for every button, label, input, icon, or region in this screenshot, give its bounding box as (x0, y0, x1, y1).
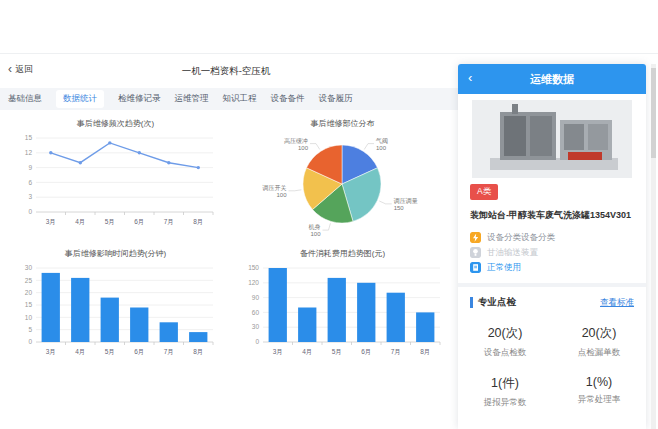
svg-text:3月: 3月 (273, 348, 283, 356)
tab-4[interactable]: 知识工程 (223, 93, 257, 105)
info-row-1: 甘油输送装置 (470, 245, 634, 260)
svg-text:调压调量150: 调压调量150 (393, 197, 418, 211)
stat-label: 提报异常数 (458, 397, 552, 409)
line-plot: 036912153月4月5月6月7月8月 (8, 132, 223, 228)
svg-text:高压缓冲100: 高压缓冲100 (284, 137, 309, 151)
svg-text:12: 12 (25, 149, 33, 156)
pie-chart-repair-parts: 事后维修部位分布 气阀100调压调量150机身100调压开关100高压缓冲100 (235, 116, 450, 244)
info-row-text: 设备分类设备分类 (487, 232, 555, 244)
svg-text:7月: 7月 (391, 348, 401, 356)
svg-text:120: 120 (248, 279, 259, 286)
app-root: ‹ 返回 一机一档资料-空压机 基础信息数据统计检维修记录运维管理知识工程设备备… (0, 0, 658, 429)
svg-text:5月: 5月 (105, 348, 115, 356)
page-title: 一机一档资料-空压机 (0, 65, 452, 78)
svg-text:10: 10 (25, 314, 33, 321)
info-row-2: 正常使用 (470, 260, 634, 275)
svg-text:机身100: 机身100 (309, 224, 322, 237)
svg-text:30: 30 (25, 264, 33, 271)
stat-cell-3: 1(%)异常处理率 (552, 375, 646, 409)
scrollbar[interactable] (651, 64, 656, 429)
pie-plot: 气阀100调压调量150机身100调压开关100高压缓冲100 (235, 132, 450, 240)
stat-label: 点检漏单数 (552, 347, 646, 359)
view-standard-link[interactable]: 查看标准 (600, 297, 634, 309)
info-row-text: 正常使用 (487, 262, 521, 274)
tab-6[interactable]: 设备履历 (319, 93, 353, 105)
svg-text:90: 90 (252, 294, 260, 301)
bar-plot: 0510152025303月4月5月6月7月8月 (8, 262, 223, 358)
bar-chart-impact-time: 事后维修影响时间趋势(分钟) 0510152025303月4月5月6月7月8月 (8, 246, 223, 362)
svg-text:3月: 3月 (46, 348, 56, 356)
stat-value: 20(次) (458, 325, 552, 342)
svg-text:30: 30 (252, 323, 260, 330)
svg-text:8月: 8月 (193, 218, 203, 226)
scrollbar-thumb[interactable] (651, 68, 656, 158)
svg-text:150: 150 (248, 264, 259, 271)
tab-bar: 基础信息数据统计检维修记录运维管理知识工程设备备件设备履历 (0, 88, 460, 110)
svg-text:8月: 8月 (420, 348, 430, 356)
svg-text:0: 0 (28, 338, 32, 345)
svg-text:气阀100: 气阀100 (375, 137, 388, 151)
stats-grid: 20(次)设备点检数20(次)点检漏单数1(件)提报异常数1(%)异常处理率 (458, 325, 646, 409)
svg-text:3月: 3月 (46, 218, 56, 226)
svg-text:5: 5 (28, 326, 32, 333)
grade-badge: A类 (470, 184, 498, 200)
stat-cell-2: 1(件)提报异常数 (458, 375, 552, 409)
info-rows: 设备分类设备分类甘油输送装置正常使用 (470, 230, 634, 275)
file-icon (470, 262, 481, 273)
svg-text:0: 0 (255, 338, 259, 345)
svg-text:6月: 6月 (134, 218, 144, 226)
svg-text:20: 20 (25, 289, 33, 296)
stat-value: 1(件) (458, 375, 552, 392)
line-chart-repair-frequency: 事后维修频次趋势(次) 036912153月4月5月6月7月8月 (8, 116, 223, 232)
chart-title: 事后维修频次趋势(次) (8, 116, 223, 132)
svg-text:调压开关100: 调压开关100 (262, 184, 288, 198)
equipment-name: 装卸站台-甲醇装车废气洗涤罐1354V301 (470, 209, 634, 222)
svg-text:4月: 4月 (302, 348, 312, 356)
info-row-0: 设备分类设备分类 (470, 230, 634, 245)
tab-2[interactable]: 检维修记录 (118, 93, 161, 105)
tab-3[interactable]: 运维管理 (175, 93, 209, 105)
svg-text:60: 60 (252, 309, 260, 316)
bulb-icon (470, 247, 481, 258)
stat-label: 设备点检数 (458, 347, 552, 359)
page-header: ‹ 返回 一机一档资料-空压机 (0, 54, 452, 88)
bolt-icon (470, 232, 481, 243)
stat-cell-0: 20(次)设备点检数 (458, 325, 552, 359)
stat-cell-1: 20(次)点检漏单数 (552, 325, 646, 359)
svg-text:5月: 5月 (105, 218, 115, 226)
svg-text:4月: 4月 (75, 218, 85, 226)
svg-text:0: 0 (28, 208, 32, 215)
svg-text:15: 15 (25, 301, 33, 308)
bar-plot: 03060901201503月4月5月6月7月8月 (235, 262, 450, 358)
chart-title: 备件消耗费用趋势图(元) (235, 246, 450, 262)
chart-title: 事后维修部位分布 (235, 116, 450, 132)
svg-text:6月: 6月 (134, 348, 144, 356)
svg-text:5月: 5月 (332, 348, 342, 356)
tab-0[interactable]: 基础信息 (8, 93, 42, 105)
stat-label: 异常处理率 (552, 394, 646, 406)
svg-text:7月: 7月 (164, 348, 174, 356)
svg-text:25: 25 (25, 277, 33, 284)
tab-5[interactable]: 设备备件 (271, 93, 305, 105)
section-marker (470, 297, 473, 308)
bar-chart-spare-cost: 备件消耗费用趋势图(元) 03060901201503月4月5月6月7月8月 (235, 246, 450, 362)
tab-1[interactable]: 数据统计 (56, 90, 104, 108)
panel-title: 运维数据 (530, 72, 574, 87)
detail-panel: ‹ 运维数据 A类 装卸站台-甲醇装车废气洗涤罐1354V301 设备分类设备分… (458, 64, 646, 429)
chart-title: 事后维修影响时间趋势(分钟) (8, 246, 223, 262)
svg-text:15: 15 (25, 134, 33, 141)
equipment-photo (472, 100, 632, 178)
svg-text:6月: 6月 (361, 348, 371, 356)
svg-text:6: 6 (28, 179, 32, 186)
section-title: 专业点检 (470, 296, 516, 309)
panel-back-icon[interactable]: ‹ (468, 70, 472, 85)
svg-text:9: 9 (28, 164, 32, 171)
svg-text:8月: 8月 (193, 348, 203, 356)
svg-text:3: 3 (28, 193, 32, 200)
info-row-text: 甘油输送装置 (487, 247, 538, 259)
svg-text:4月: 4月 (75, 348, 85, 356)
stat-value: 1(%) (552, 375, 646, 389)
section-divider (458, 283, 646, 287)
stat-value: 20(次) (552, 325, 646, 342)
inspection-section-header: 专业点检 查看标准 (470, 296, 634, 309)
